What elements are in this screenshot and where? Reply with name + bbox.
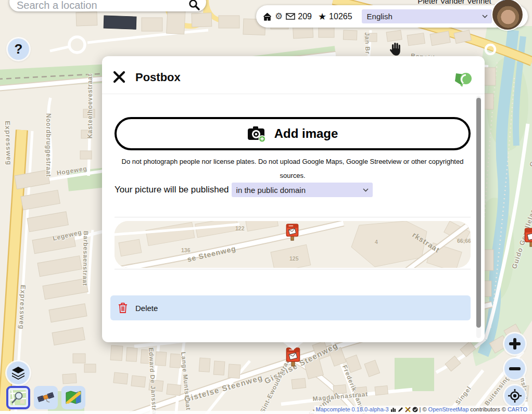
popup-title: Postbox (135, 71, 181, 84)
osm-link[interactable]: OpenStreetMap (428, 406, 469, 412)
trash-icon (118, 302, 128, 314)
layers-button[interactable] (7, 361, 30, 384)
search-input[interactable] (9, 0, 188, 11)
home-icon[interactable] (263, 12, 272, 21)
popup-tail (282, 341, 305, 350)
settings-gear-icon[interactable]: ⚙ (275, 11, 283, 22)
popup-header: Postbox (102, 56, 485, 94)
delete-label: Delete (135, 304, 158, 313)
crosshair-icon (508, 389, 522, 403)
feature-minimap[interactable]: 122 136 125 4 66;66 se Steenweg rkstraat (115, 221, 471, 268)
popup-scrollbar-thumb[interactable] (476, 98, 481, 328)
satellite-icon (37, 390, 54, 406)
minimap-postbox-marker[interactable] (286, 223, 299, 242)
delete-button[interactable]: Delete (110, 295, 471, 320)
layers-icon (11, 366, 25, 380)
attribution-contributors: contributors © (470, 406, 506, 412)
zoom-out-button[interactable] (504, 358, 525, 379)
license-row: Your picture will be published in the pu… (115, 182, 373, 198)
mapcomplete-app: Dirk Martensstraat Noordbruggestraat Kas… (0, 0, 532, 414)
minus-icon (509, 367, 521, 370)
attribution-x-icon (405, 407, 411, 412)
star-icon[interactable]: ★ (318, 11, 326, 22)
username-label: Pieter Vander Vennet (413, 0, 496, 5)
image-upload-notice: Do not photograph people nor license pla… (121, 154, 464, 183)
postbox-marker[interactable] (286, 347, 300, 368)
license-select[interactable]: in the public domain (232, 183, 373, 197)
attribution-stats-icon (390, 407, 396, 412)
osm-map-icon (10, 390, 27, 406)
attribution-circle-icon (412, 407, 418, 412)
user-panel: ⚙ 209 ★ 10265 English (256, 5, 528, 28)
zoom-in-button[interactable] (504, 333, 525, 354)
geolocate-button[interactable] (504, 385, 525, 406)
camera-plus-icon (247, 125, 266, 143)
style-button-osm[interactable] (6, 386, 30, 409)
style-button-satellite[interactable] (34, 386, 58, 409)
carto-link[interactable]: CARTO (508, 406, 527, 412)
language-select[interactable]: English (362, 9, 492, 23)
postbox-marker-edge[interactable] (524, 227, 532, 248)
add-image-label: Add image (274, 126, 338, 141)
help-button[interactable]: ? (8, 38, 29, 60)
style-button-carto-map[interactable] (61, 386, 85, 409)
search-icon[interactable] (188, 0, 200, 10)
mapcomplete-logo-icon (453, 70, 472, 88)
close-icon[interactable] (112, 70, 126, 84)
divider (115, 217, 471, 217)
background-style-switcher (6, 386, 85, 409)
search-bar (9, 0, 206, 11)
plus-icon (509, 342, 521, 345)
postbox-popup: Postbox (102, 56, 485, 342)
attribution-separator: | © (420, 406, 427, 412)
license-prefix-label: Your picture will be published (115, 185, 229, 195)
user-avatar[interactable] (492, 0, 523, 30)
divider (115, 269, 471, 269)
messages-count: 209 (298, 12, 312, 21)
add-image-button[interactable]: Add image (115, 117, 471, 150)
attribution-bar: Mapcomplete 0.18.0-alpha-3 | © OpenStree… (314, 406, 529, 413)
folded-map-icon (65, 390, 82, 406)
mapcomplete-version-link[interactable]: Mapcomplete 0.18.0-alpha-3 (316, 406, 389, 412)
messages-icon[interactable] (286, 13, 295, 20)
attribution-pencil-icon (398, 407, 403, 412)
stars-count: 10265 (329, 12, 352, 21)
